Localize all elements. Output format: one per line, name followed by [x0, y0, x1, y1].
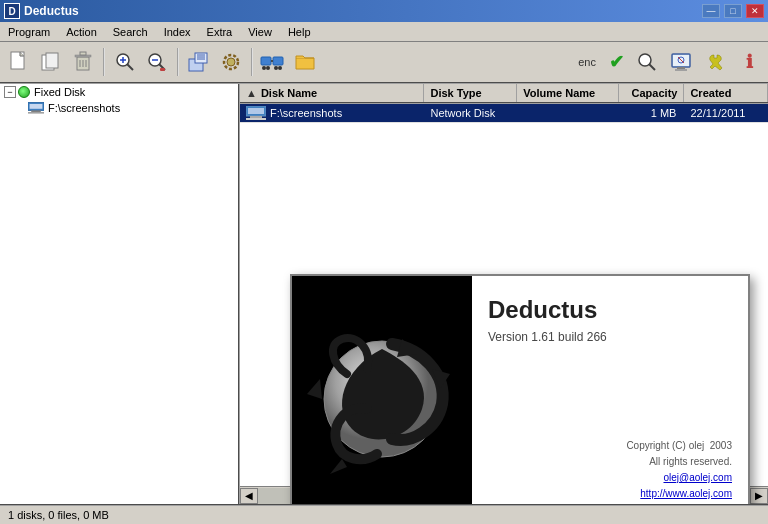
window-title: Deductus — [24, 4, 698, 18]
svg-point-28 — [262, 66, 266, 70]
app-icon: D — [4, 3, 20, 19]
find-button[interactable] — [632, 46, 662, 78]
left-panel: − Fixed Disk F:\screenshots — [0, 84, 240, 504]
about-content: DEDUCTUS Deductus Version 1.61 build 266… — [472, 276, 748, 504]
col-volume-name[interactable]: Volume Name — [517, 84, 619, 102]
fixed-disk-label: Fixed Disk — [34, 86, 85, 98]
network-disk-icon — [28, 102, 44, 114]
deductus-logo-svg — [302, 319, 462, 479]
tree-item-screenshots[interactable]: F:\screenshots — [24, 100, 238, 116]
col-capacity[interactable]: Capacity — [619, 84, 684, 102]
about-title: Deductus — [488, 296, 732, 324]
info-button[interactable]: ℹ — [734, 46, 764, 78]
title-bar: D Deductus — □ ✕ — [0, 0, 768, 22]
col-disk-type[interactable]: Disk Type — [424, 84, 517, 102]
svg-rect-49 — [248, 108, 264, 114]
cell-capacity: 1 MB — [619, 105, 684, 121]
menu-program[interactable]: Program — [0, 24, 58, 40]
toolbar-right: enc ✔ ℹ — [578, 46, 764, 78]
menu-view[interactable]: View — [240, 24, 280, 40]
svg-rect-38 — [675, 69, 687, 71]
svg-rect-8 — [80, 52, 86, 55]
export-button[interactable] — [184, 46, 214, 78]
col-disk-name[interactable]: ▲ Disk Name — [240, 84, 424, 102]
screenshots-label: F:\screenshots — [48, 102, 120, 114]
wrench-button[interactable] — [700, 46, 730, 78]
svg-rect-43 — [31, 110, 41, 112]
svg-point-31 — [274, 66, 278, 70]
svg-rect-45 — [30, 104, 43, 109]
right-panel: ▲ Disk Name Disk Type Volume Name Capaci… — [240, 84, 768, 504]
menu-index[interactable]: Index — [156, 24, 199, 40]
svg-line-35 — [649, 64, 655, 70]
about-copyright: Copyright (C) olej 2003All rights reserv… — [488, 438, 732, 502]
svg-rect-30 — [273, 57, 283, 65]
tree-root[interactable]: − Fixed Disk — [0, 84, 238, 100]
sort-icon: ▲ — [246, 87, 257, 99]
expand-icon[interactable]: − — [4, 86, 16, 98]
scroll-left-button[interactable]: ◀ — [240, 488, 258, 504]
table-header: ▲ Disk Name Disk Type Volume Name Capaci… — [240, 84, 768, 104]
close-button[interactable]: ✕ — [746, 4, 764, 18]
toolbar: enc ✔ ℹ — [0, 42, 768, 84]
row-disk-icon — [246, 106, 266, 120]
fixed-disk-icon — [18, 86, 30, 98]
status-text: 1 disks, 0 files, 0 MB — [8, 509, 109, 521]
maximize-button[interactable]: □ — [724, 4, 742, 18]
about-version: Version 1.61 build 266 — [488, 330, 732, 344]
copyright-text: Copyright (C) olej 2003All rights reserv… — [626, 440, 732, 467]
menu-action[interactable]: Action — [58, 24, 105, 40]
menu-search[interactable]: Search — [105, 24, 156, 40]
monitor-button[interactable] — [666, 46, 696, 78]
svg-rect-48 — [246, 118, 266, 120]
svg-rect-19 — [160, 68, 165, 71]
menu-bar: Program Action Search Index Extra View H… — [0, 22, 768, 42]
svg-point-32 — [278, 66, 282, 70]
scroll-right-button[interactable]: ▶ — [750, 488, 768, 504]
copy-button[interactable] — [36, 46, 66, 78]
tree-child-area: F:\screenshots — [0, 100, 238, 116]
menu-extra[interactable]: Extra — [199, 24, 241, 40]
zoom-out-button[interactable] — [142, 46, 172, 78]
checkmark-button[interactable]: ✔ — [604, 46, 628, 78]
svg-rect-5 — [46, 53, 58, 68]
cell-disk-type: Network Disk — [424, 105, 517, 121]
cell-volume-name — [517, 111, 619, 115]
svg-rect-27 — [261, 57, 271, 65]
svg-rect-37 — [677, 67, 685, 69]
svg-rect-44 — [28, 112, 44, 114]
svg-line-13 — [127, 64, 133, 70]
about-logo-area — [292, 276, 472, 504]
minimize-button[interactable]: — — [702, 4, 720, 18]
toolbar-separator-2 — [177, 48, 179, 76]
delete-button[interactable] — [68, 46, 98, 78]
svg-rect-47 — [250, 116, 262, 118]
enc-label: enc — [578, 56, 596, 68]
cell-disk-name: F:\screenshots — [240, 104, 424, 122]
toolbar-separator-3 — [251, 48, 253, 76]
svg-point-29 — [266, 66, 270, 70]
email-link[interactable]: olej@aolej.com — [488, 470, 732, 486]
menu-help[interactable]: Help — [280, 24, 319, 40]
about-spacer — [488, 364, 732, 438]
cell-created: 22/11/2011 — [684, 105, 768, 121]
sync-button[interactable] — [258, 46, 288, 78]
table-row[interactable]: F:\screenshots Network Disk 1 MB 22/11/2… — [240, 104, 768, 123]
about-dialog: DEDUCTUS Deductus Version 1.61 build 266… — [290, 274, 750, 504]
status-bar: 1 disks, 0 files, 0 MB — [0, 504, 768, 524]
svg-point-25 — [227, 58, 235, 66]
col-created[interactable]: Created — [684, 84, 768, 102]
new-button[interactable] — [4, 46, 34, 78]
toolbar-separator-1 — [103, 48, 105, 76]
website-link[interactable]: http://www.aolej.com — [488, 486, 732, 502]
main-area: − Fixed Disk F:\screenshots ▲ Disk Name — [0, 84, 768, 504]
folder-button[interactable] — [290, 46, 320, 78]
settings-button[interactable] — [216, 46, 246, 78]
zoom-in-button[interactable] — [110, 46, 140, 78]
